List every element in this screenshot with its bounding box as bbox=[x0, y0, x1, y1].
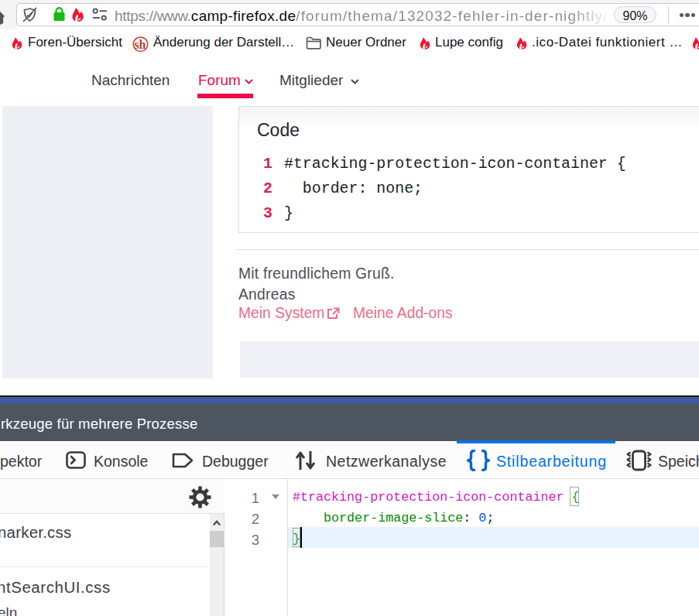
svg-text:sh: sh bbox=[134, 38, 146, 51]
